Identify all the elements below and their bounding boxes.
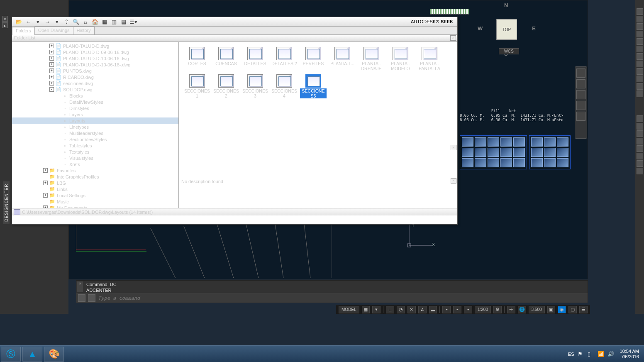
search-icon[interactable]: 🔍 xyxy=(71,17,80,26)
volume-icon[interactable]: 🔊 xyxy=(607,351,614,357)
tool-icon[interactable] xyxy=(637,31,643,37)
viewcube-east[interactable]: E xyxy=(532,25,536,32)
gear-icon[interactable]: ⚙ xyxy=(493,306,502,313)
tab-history[interactable]: History xyxy=(73,27,95,34)
close-icon[interactable]: × xyxy=(450,35,456,41)
viewcube[interactable]: W E N S TOP xyxy=(482,5,532,54)
command-input[interactable] xyxy=(98,295,586,301)
viewcube-north[interactable]: N xyxy=(504,2,508,8)
battery-icon[interactable]: ▯ xyxy=(588,351,594,357)
tree-node[interactable]: 📁Music xyxy=(12,198,178,205)
globe-icon[interactable]: 🌐 xyxy=(518,306,526,313)
grid-menu-icon[interactable]: ▾ xyxy=(372,306,381,313)
tool-icon[interactable] xyxy=(637,168,643,174)
tree-node[interactable]: +📄PLANO-TALUD-D-10-06-16-.dwg xyxy=(12,61,178,68)
tree-node[interactable]: +📁Favorites xyxy=(12,167,178,174)
osnap-icon[interactable]: ✕ xyxy=(407,306,416,313)
tool-icon[interactable] xyxy=(637,23,643,30)
tree-node[interactable]: +📁LBG xyxy=(12,180,178,186)
tree-node[interactable]: +📁Local Settings xyxy=(12,192,178,198)
snap-icon[interactable]: ∟ xyxy=(386,306,394,313)
annotation-scale[interactable]: 1:200 xyxy=(475,306,491,313)
tree-node[interactable]: +📄secciones.dwg xyxy=(12,80,178,86)
paint-app-icon[interactable]: 🎨 xyxy=(44,347,64,362)
tree-toggle-icon[interactable]: ▦ xyxy=(100,17,109,26)
right-tool-palette[interactable] xyxy=(635,0,644,314)
description-toggle-icon[interactable]: ▤ xyxy=(119,17,128,26)
tool-icon[interactable] xyxy=(637,38,643,45)
tool-icon[interactable] xyxy=(637,138,643,144)
tool-icon[interactable] xyxy=(637,46,643,52)
layout-thumbnail[interactable]: SECCIONES1 xyxy=(183,73,211,99)
nav-wheel-icon[interactable] xyxy=(576,68,585,78)
close-icon[interactable]: × xyxy=(2,16,8,22)
autohide-icon[interactable]: ▸ xyxy=(2,22,8,28)
tree-node[interactable]: ▫SectionViewStyles xyxy=(12,136,178,142)
favorites-icon[interactable]: ⌂ xyxy=(81,17,90,26)
tool-icon[interactable] xyxy=(637,68,643,75)
layout-thumbnail[interactable]: DETALLES 2 xyxy=(270,46,298,72)
tool-icon[interactable] xyxy=(637,123,643,130)
navigation-bar[interactable] xyxy=(575,66,587,139)
language-indicator[interactable]: ES xyxy=(568,352,574,357)
tool-icon[interactable] xyxy=(637,16,643,22)
pan-icon[interactable] xyxy=(576,79,585,88)
zoom-icon[interactable] xyxy=(576,90,585,99)
up-icon[interactable]: ⇧ xyxy=(62,17,71,26)
layout-thumbnail[interactable]: SECCIONES4 xyxy=(270,73,298,99)
tree-node[interactable]: 📁IntelGraphicsProfiles xyxy=(12,174,178,180)
clean-screen-icon[interactable]: ▢ xyxy=(568,306,577,313)
tree-node[interactable]: +📄PUNTOS.dwg xyxy=(12,68,178,74)
back-icon[interactable]: ← xyxy=(24,17,33,26)
showmotion-icon[interactable] xyxy=(576,112,585,121)
isolate-icon[interactable]: ▣ xyxy=(547,306,556,313)
viewcube-west[interactable]: W xyxy=(478,25,483,32)
hardware-accel-icon[interactable]: ◉ xyxy=(558,306,566,313)
close-icon[interactable]: × xyxy=(451,145,456,150)
tree-node[interactable]: +📄PLANO-TALUD-D-10-06-16.dwg xyxy=(12,55,178,61)
tree-node[interactable]: ▫DetailViewStyles xyxy=(12,99,178,105)
tree-node[interactable]: ▫Multileaderstyles xyxy=(12,130,178,136)
close-icon[interactable]: × xyxy=(451,178,456,183)
tree-node[interactable]: ▫Layers xyxy=(12,111,178,117)
tree-node[interactable]: ▫Dimstyles xyxy=(12,105,178,111)
preview-toggle-icon[interactable]: ▥ xyxy=(110,17,119,26)
customize-icon[interactable] xyxy=(78,294,85,302)
customization-icon[interactable]: ☰ xyxy=(579,306,588,313)
tree-node[interactable]: -📄SOLIDOP.dwg xyxy=(12,86,178,93)
skype-app-icon[interactable]: Ⓢ xyxy=(1,347,21,362)
tree-node[interactable]: ▫Layouts xyxy=(12,117,178,124)
wcs-badge[interactable]: WCS xyxy=(499,48,519,54)
autocad-app-icon[interactable]: ▲ xyxy=(22,347,42,362)
tool-icon[interactable] xyxy=(637,76,643,82)
forward-menu-icon[interactable]: ▾ xyxy=(52,17,61,26)
elevation-value[interactable]: 3.500 xyxy=(529,306,545,313)
tree-node[interactable]: ▫Linetypes xyxy=(12,124,178,130)
layout-thumbnail[interactable]: CUENCAS xyxy=(212,46,240,72)
layout-thumbnail[interactable]: DETALLES xyxy=(241,46,269,72)
tree-node[interactable]: +📄PLANO-TALUD-D.dwg xyxy=(12,43,178,49)
network-icon[interactable]: 📶 xyxy=(598,351,604,357)
orbit-icon[interactable] xyxy=(576,101,585,110)
layout-thumbnail[interactable]: PLANTA -PANTALLA xyxy=(415,46,444,72)
dc-palette-controls[interactable]: × ▸ xyxy=(2,16,10,28)
polar-icon[interactable]: ◔ xyxy=(397,306,405,313)
tree-node[interactable]: 📁Links xyxy=(12,186,178,192)
model-button[interactable]: MODEL xyxy=(339,306,359,313)
layout-thumbnail[interactable]: PLANTA -MODELO xyxy=(386,46,415,72)
tool-icon[interactable] xyxy=(637,61,643,67)
forward-icon[interactable]: → xyxy=(43,17,52,26)
otrack-icon[interactable]: ∠ xyxy=(418,306,427,313)
tab-open-drawings[interactable]: Open Drawings xyxy=(34,27,73,34)
taskbar-clock[interactable]: 10:54 AM 7/6/2016 xyxy=(617,349,642,360)
content-thumbnails[interactable]: CORTESCUENCASDETALLESDETALLES 2PERFILESP… xyxy=(179,42,457,144)
person-icon[interactable]: ⭑ xyxy=(442,306,451,313)
layout-thumbnail[interactable]: PLANTA -DRENAJE xyxy=(357,46,385,72)
command-input-row[interactable] xyxy=(76,293,588,303)
tool-icon[interactable] xyxy=(637,115,643,122)
home-icon[interactable]: 🏠 xyxy=(90,17,100,26)
dc-title-bar[interactable]: DESIGNCENTER xyxy=(3,181,10,224)
tool-icon[interactable] xyxy=(637,90,643,97)
autodesk-seek-link[interactable]: AUTODESK® SEEK xyxy=(411,18,453,24)
system-tray[interactable]: ES ⚑ ▯ 📶 🔊 10:54 AM 7/6/2016 xyxy=(568,349,644,360)
